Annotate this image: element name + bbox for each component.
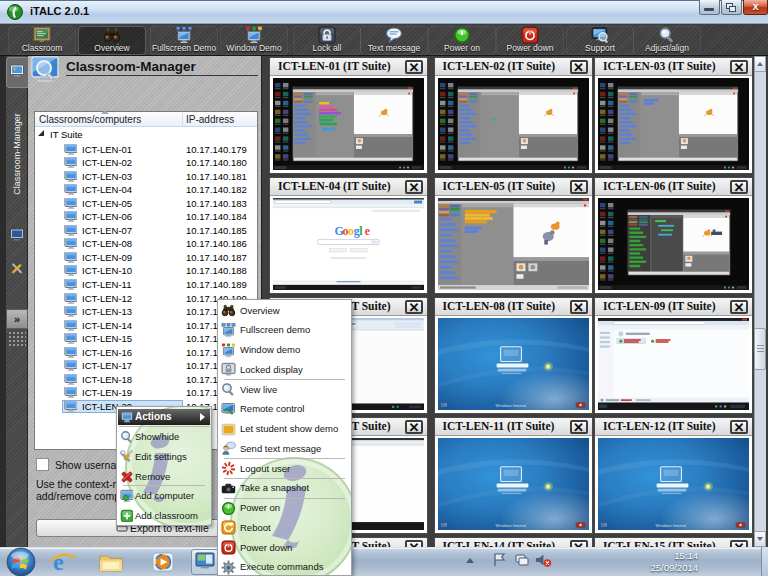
svg-text:Windows Internal: Windows Internal	[656, 523, 687, 528]
svg-text:Windows Internal: Windows Internal	[495, 403, 526, 408]
svg-text:e: e	[53, 549, 64, 575]
svg-text:Windows Internal: Windows Internal	[495, 523, 526, 528]
svg-text:e: e	[365, 224, 370, 238]
